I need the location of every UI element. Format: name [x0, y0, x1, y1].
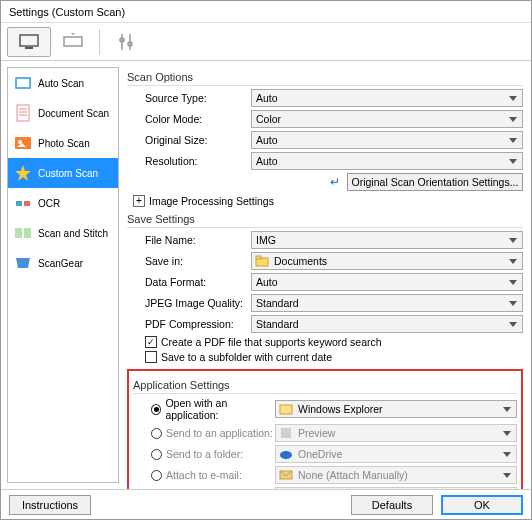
- pdf-compression-select[interactable]: Standard: [251, 315, 523, 333]
- svg-rect-0: [20, 35, 38, 46]
- pdf-keyword-checkbox[interactable]: [145, 336, 157, 348]
- sidebar-item-scangear[interactable]: ScanGear: [8, 248, 118, 278]
- sidebar: Auto Scan Document Scan Photo Scan Custo…: [7, 67, 119, 483]
- resolution-select[interactable]: Auto: [251, 152, 523, 170]
- svg-rect-2: [64, 37, 82, 46]
- sidebar-item-photo-scan[interactable]: Photo Scan: [8, 128, 118, 158]
- sidebar-item-scan-stitch[interactable]: Scan and Stitch: [8, 218, 118, 248]
- svg-rect-13: [15, 228, 22, 238]
- sidebar-item-ocr[interactable]: OCR: [8, 188, 118, 218]
- orientation-settings-button[interactable]: Original Scan Orientation Settings...: [347, 173, 523, 191]
- send-app-select[interactable]: Preview: [275, 424, 517, 442]
- send-app-label: Send to an application:: [166, 427, 273, 439]
- settings-window: Settings (Custom Scan) Auto Scan Documen…: [0, 0, 532, 520]
- open-with-label: Open with an application:: [165, 397, 275, 421]
- subfolder-date-label: Save to a subfolder with current date: [161, 351, 332, 363]
- start-ocr-select[interactable]: Output to Text: [275, 487, 517, 489]
- save-in-select[interactable]: Documents: [251, 252, 523, 270]
- pdf-keyword-label: Create a PDF file that supports keyword …: [161, 336, 382, 348]
- pdf-compression-label: PDF Compression:: [145, 318, 251, 330]
- auto-scan-icon: [14, 74, 32, 92]
- image-processing-label: Image Processing Settings: [149, 195, 274, 207]
- svg-rect-16: [256, 256, 261, 259]
- svg-rect-17: [280, 405, 292, 414]
- sidebar-label: Document Scan: [38, 108, 109, 119]
- attach-email-label: Attach to e-mail:: [166, 469, 242, 481]
- jpeg-quality-select[interactable]: Standard: [251, 294, 523, 312]
- sidebar-label: Custom Scan: [38, 168, 98, 179]
- attach-email-select[interactable]: None (Attach Manually): [275, 466, 517, 484]
- tab-general-settings[interactable]: [104, 27, 148, 57]
- document-scan-icon: [14, 104, 32, 122]
- file-name-label: File Name:: [145, 234, 251, 246]
- sidebar-label: Scan and Stitch: [38, 228, 108, 239]
- scan-options-group: Scan Options Source Type: Auto Color Mod…: [127, 71, 523, 207]
- attach-email-radio[interactable]: [151, 470, 162, 481]
- reset-arrow-icon[interactable]: ↵: [327, 174, 343, 190]
- preview-icon: [279, 426, 293, 440]
- image-processing-expand[interactable]: + Image Processing Settings: [133, 195, 523, 207]
- folder-icon: [255, 254, 269, 268]
- save-in-label: Save in:: [145, 255, 251, 267]
- svg-rect-5: [17, 105, 29, 121]
- tab-scan-from-panel[interactable]: [51, 27, 95, 57]
- custom-scan-icon: [14, 164, 32, 182]
- svg-rect-14: [24, 228, 31, 238]
- tab-scan-from-computer[interactable]: [7, 27, 51, 57]
- data-format-select[interactable]: Auto: [251, 273, 523, 291]
- resolution-label: Resolution:: [145, 155, 251, 167]
- ok-button[interactable]: OK: [441, 495, 523, 515]
- data-format-label: Data Format:: [145, 276, 251, 288]
- plus-icon: +: [133, 195, 145, 207]
- instructions-button[interactable]: Instructions: [9, 495, 91, 515]
- scangear-icon: [14, 254, 32, 272]
- sidebar-label: OCR: [38, 198, 60, 209]
- window-title: Settings (Custom Scan): [1, 1, 531, 23]
- defaults-button[interactable]: Defaults: [351, 495, 433, 515]
- explorer-icon: [279, 402, 293, 416]
- jpeg-quality-label: JPEG Image Quality:: [145, 297, 251, 309]
- send-folder-label: Send to a folder:: [166, 448, 243, 460]
- content-pane: Scan Options Source Type: Auto Color Mod…: [119, 61, 531, 489]
- photo-scan-icon: [14, 134, 32, 152]
- stitch-icon: [14, 224, 32, 242]
- onedrive-icon: [279, 447, 293, 461]
- sidebar-label: ScanGear: [38, 258, 83, 269]
- application-settings-highlight: Application Settings Open with an applic…: [127, 369, 523, 489]
- send-app-radio[interactable]: [151, 428, 162, 439]
- scan-options-title: Scan Options: [127, 71, 523, 86]
- sidebar-item-custom-scan[interactable]: Custom Scan: [8, 158, 118, 188]
- toolbar: [1, 23, 531, 61]
- sidebar-label: Auto Scan: [38, 78, 84, 89]
- svg-rect-9: [15, 137, 31, 149]
- color-mode-select[interactable]: Color: [251, 110, 523, 128]
- ocr-icon: [14, 194, 32, 212]
- file-name-field[interactable]: IMG: [251, 231, 523, 249]
- open-with-radio[interactable]: [151, 404, 161, 415]
- color-mode-label: Color Mode:: [145, 113, 251, 125]
- footer: Instructions Defaults OK: [1, 489, 531, 519]
- sidebar-item-auto-scan[interactable]: Auto Scan: [8, 68, 118, 98]
- save-settings-title: Save Settings: [127, 213, 523, 228]
- app-settings-title: Application Settings: [133, 379, 517, 394]
- svg-rect-18: [281, 428, 291, 438]
- open-with-select[interactable]: Windows Explorer: [275, 400, 517, 418]
- svg-point-10: [18, 140, 22, 144]
- sidebar-label: Photo Scan: [38, 138, 90, 149]
- send-folder-radio[interactable]: [151, 449, 162, 460]
- svg-rect-1: [25, 47, 33, 49]
- subfolder-date-checkbox[interactable]: [145, 351, 157, 363]
- save-settings-group: Save Settings File Name: IMG Save in: Do…: [127, 213, 523, 363]
- original-size-select[interactable]: Auto: [251, 131, 523, 149]
- source-type-label: Source Type:: [145, 92, 251, 104]
- mail-icon: [279, 468, 293, 482]
- svg-point-19: [280, 451, 292, 459]
- send-folder-select[interactable]: OneDrive: [275, 445, 517, 463]
- svg-rect-12: [24, 201, 30, 206]
- original-size-label: Original Size:: [145, 134, 251, 146]
- sidebar-item-document-scan[interactable]: Document Scan: [8, 98, 118, 128]
- svg-rect-11: [16, 201, 22, 206]
- source-type-select[interactable]: Auto: [251, 89, 523, 107]
- svg-rect-4: [17, 79, 29, 87]
